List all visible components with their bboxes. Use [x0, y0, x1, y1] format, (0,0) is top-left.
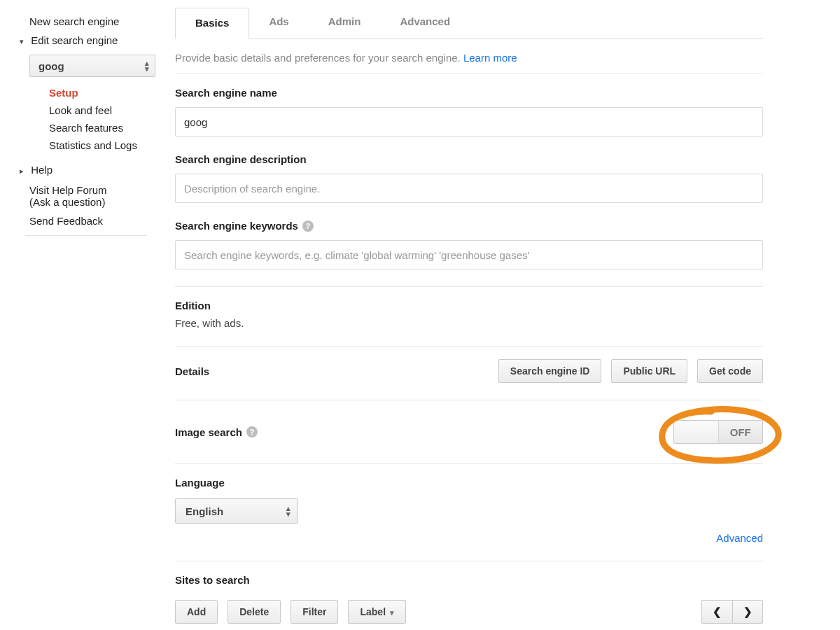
- details-label: Details: [175, 365, 209, 377]
- section-description: Search engine description: [175, 153, 763, 220]
- language-advanced-link[interactable]: Advanced: [716, 532, 763, 544]
- chevron-left-icon: ❮: [713, 606, 722, 618]
- language-advanced-wrap: Advanced: [175, 524, 763, 544]
- sidebar-item-send-feedback[interactable]: Send Feedback: [13, 211, 160, 230]
- toggle-on-half: [674, 421, 719, 443]
- language-value: English: [186, 505, 223, 517]
- tab-advanced[interactable]: Advanced: [380, 7, 470, 38]
- section-sites: Sites to search Add Delete Filter Label …: [175, 561, 763, 630]
- sites-pager: ❮ ❯: [701, 600, 763, 624]
- visit-forum-line1: Visit Help Forum: [29, 184, 160, 196]
- keywords-input[interactable]: [175, 240, 763, 270]
- language-dropdown[interactable]: English ▴▾: [175, 498, 298, 524]
- toggle-off-half: OFF: [719, 421, 763, 443]
- chevron-down-icon: [390, 606, 394, 617]
- caret-right-icon: [17, 167, 27, 176]
- engine-dropdown[interactable]: goog ▴▾: [29, 55, 155, 77]
- engine-dropdown-value: goog: [38, 60, 64, 72]
- name-input[interactable]: [175, 107, 763, 136]
- get-code-button[interactable]: Get code: [697, 359, 763, 383]
- search-engine-id-button[interactable]: Search engine ID: [498, 359, 602, 383]
- help-icon: ?: [302, 220, 314, 232]
- sites-action-buttons: Add Delete Filter Label: [175, 600, 406, 624]
- description-input[interactable]: [175, 174, 763, 203]
- filter-site-button[interactable]: Filter: [290, 600, 338, 624]
- sidebar-subitems: Setup Look and feel Search features Stat…: [49, 84, 160, 154]
- visit-forum-line2: (Ask a question): [29, 196, 160, 208]
- main-content: Basics Ads Admin Advanced Provide basic …: [168, 0, 840, 630]
- edition-value: Free, with ads.: [175, 314, 763, 329]
- sidebar-item-label: Edit search engine: [31, 34, 118, 46]
- section-language: Language English ▴▾ Advanced: [175, 463, 763, 561]
- sidebar-subitem-look-and-feel[interactable]: Look and feel: [49, 102, 160, 119]
- label-button-text: Label: [360, 606, 386, 617]
- sidebar-subitem-setup[interactable]: Setup: [49, 84, 160, 102]
- section-name: Search engine name: [175, 74, 763, 153]
- delete-site-button[interactable]: Delete: [227, 600, 281, 624]
- edition-label: Edition: [175, 300, 763, 314]
- sidebar-divider: [25, 235, 147, 236]
- learn-more-link[interactable]: Learn more: [463, 52, 517, 64]
- intro-text: Provide basic details and preferences fo…: [175, 39, 763, 74]
- tab-ads[interactable]: Ads: [249, 7, 308, 38]
- sidebar-item-help[interactable]: Help: [13, 161, 160, 180]
- sites-label: Sites to search: [175, 574, 763, 586]
- keywords-label-text: Search engine keywords: [175, 220, 298, 232]
- sites-actions: Add Delete Filter Label ❮ ❯: [175, 586, 763, 630]
- sidebar-item-new-engine[interactable]: New search engine: [13, 13, 160, 31]
- sidebar-subitem-search-features[interactable]: Search features: [49, 119, 160, 136]
- description-label: Search engine description: [175, 153, 763, 165]
- add-site-button[interactable]: Add: [175, 600, 218, 624]
- section-details: Details Search engine ID Public URL Get …: [175, 346, 763, 400]
- image-search-toggle-wrap: OFF: [673, 420, 763, 444]
- tabs: Basics Ads Admin Advanced: [175, 7, 763, 39]
- details-buttons: Search engine ID Public URL Get code: [498, 359, 763, 383]
- section-image-search: Image search ? OFF: [175, 400, 763, 463]
- pager-prev-button[interactable]: ❮: [701, 600, 732, 624]
- sidebar-subitem-statistics[interactable]: Statistics and Logs: [49, 136, 160, 154]
- updown-chevron-icon: ▴▾: [286, 505, 290, 517]
- image-search-toggle[interactable]: OFF: [673, 420, 763, 444]
- section-edition: Edition Free, with ads.: [175, 286, 763, 346]
- label-site-button[interactable]: Label: [348, 600, 406, 624]
- intro-text-body: Provide basic details and preferences fo…: [175, 52, 463, 64]
- name-label: Search engine name: [175, 87, 763, 99]
- keywords-label: Search engine keywords ?: [175, 220, 763, 232]
- tab-basics[interactable]: Basics: [175, 8, 249, 39]
- help-icon: ?: [246, 426, 258, 438]
- image-search-label: Image search ?: [175, 426, 258, 438]
- chevron-right-icon: ❯: [743, 606, 752, 618]
- section-keywords: Search engine keywords ?: [175, 220, 763, 286]
- sidebar-item-edit-engine[interactable]: Edit search engine: [13, 31, 160, 50]
- caret-down-icon: [17, 37, 27, 46]
- public-url-button[interactable]: Public URL: [611, 359, 687, 383]
- image-search-label-text: Image search: [175, 426, 242, 438]
- updown-chevron-icon: ▴▾: [145, 60, 149, 71]
- pager-next-button[interactable]: ❯: [732, 600, 763, 624]
- sidebar-item-visit-forum[interactable]: Visit Help Forum (Ask a question): [13, 180, 160, 211]
- language-label: Language: [175, 477, 763, 489]
- sidebar-item-label: Help: [31, 164, 52, 176]
- sidebar: New search engine Edit search engine goo…: [0, 0, 168, 630]
- tab-admin[interactable]: Admin: [309, 7, 381, 38]
